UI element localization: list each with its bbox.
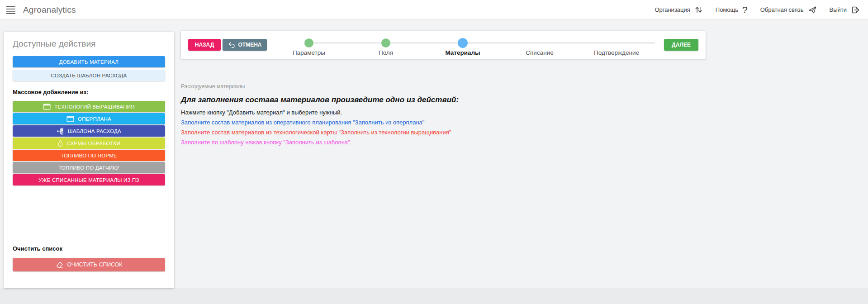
instructions-heading: Для заполнения состава материалов произв… [181,95,706,104]
back-button[interactable]: НАЗАД [188,39,221,51]
step-confirmation[interactable]: Подтверждение [578,38,655,56]
eraser-icon [55,261,63,269]
droplet-icon [57,140,63,147]
written-off-materials-button[interactable]: УЖЕ СПИСАННЫЕ МАТЕРИАЛЫ ИЗ ПЗ [13,174,165,185]
schema-icon [57,128,64,135]
add-material-button[interactable]: ДОБАВИТЬ МАТЕРИАЛ [13,56,165,67]
table-card-icon [43,104,51,110]
clear-list-button[interactable]: ОЧИСТИТЬ СПИСОК [13,258,165,271]
mass-add-treatment-scheme-button[interactable]: СХЕМЫ ОБРАБОТКИ [13,138,165,149]
step-parameters[interactable]: Параметры [270,38,347,56]
wizard-stepper: Параметры Поля Материалы Списание Подтве… [270,31,655,59]
organization-menu-item[interactable]: Организация [655,5,702,14]
step-dot-done [381,38,390,48]
step-materials[interactable]: Материалы [424,38,501,56]
clear-list-label: Очистить список [13,245,165,252]
logout-icon [851,5,860,14]
mass-add-growing-tech-button[interactable]: ТЕХНОЛОГИЙ ВЫРАЩИВАНИЯ [13,101,165,112]
mass-add-operplan-button[interactable]: ОПЕРПЛАНА [13,113,165,124]
create-expense-template-button[interactable]: СОЗДАТЬ ШАБЛОН РАСХОДА [13,70,165,81]
table-card-icon [66,116,74,122]
logout-menu-item[interactable]: Выйти [830,5,860,14]
mass-add-label: Массовое добавление из: [13,89,165,95]
fuel-by-sensor-button[interactable]: ТОПЛИВО ПО ДАТЧИКУ [13,162,165,173]
wizard-bar: НАЗАД ОТМЕНА Параметры Поля Материалы Сп… [181,31,706,59]
step-fields[interactable]: Поля [347,38,424,56]
instruction-add-material: Нажмите кнопку "Добавить материал" и выб… [181,109,706,116]
feedback-menu-item[interactable]: Обратная связь [760,5,817,14]
send-icon [808,5,817,14]
help-menu-item[interactable]: Помощь ? [716,5,748,14]
next-button[interactable]: ДАЛЕЕ [664,39,698,51]
consumable-materials-section: Расходуемые материалы Для заполнения сос… [181,83,706,149]
app-header: Agroanalytics Организация Помощь ? Обрат… [0,0,868,20]
instruction-fill-from-tech-map: Заполните состав материалов из технологи… [181,129,706,136]
undo-icon [228,42,235,48]
instruction-fill-from-template: Заполните по шаблону нажав кнопку "Запол… [181,139,706,146]
section-label: Расходуемые материалы [181,83,706,90]
hamburger-menu-icon[interactable] [6,6,15,14]
header-menu: Организация Помощь ? Обратная связь Вы [655,5,860,14]
app-title: Agroanalytics [23,5,76,15]
panel-title: Доступные действия [13,39,165,49]
step-dot-done [304,38,313,48]
question-icon: ? [742,5,748,14]
instruction-fill-from-operplan: Заполните состав материалов из оперативн… [181,119,706,126]
available-actions-panel: Доступные действия ДОБАВИТЬ МАТЕРИАЛ СОЗ… [4,32,174,288]
mass-add-expense-template-button[interactable]: ШАБЛОНА РАСХОДА [13,125,165,137]
step-dot-active [458,38,468,48]
step-write-off[interactable]: Списание [501,38,578,56]
fuel-by-norm-button[interactable]: ТОПЛИВО ПО НОРМЕ [13,150,165,161]
cancel-button[interactable]: ОТМЕНА [223,39,267,51]
swap-vertical-icon [694,5,703,14]
